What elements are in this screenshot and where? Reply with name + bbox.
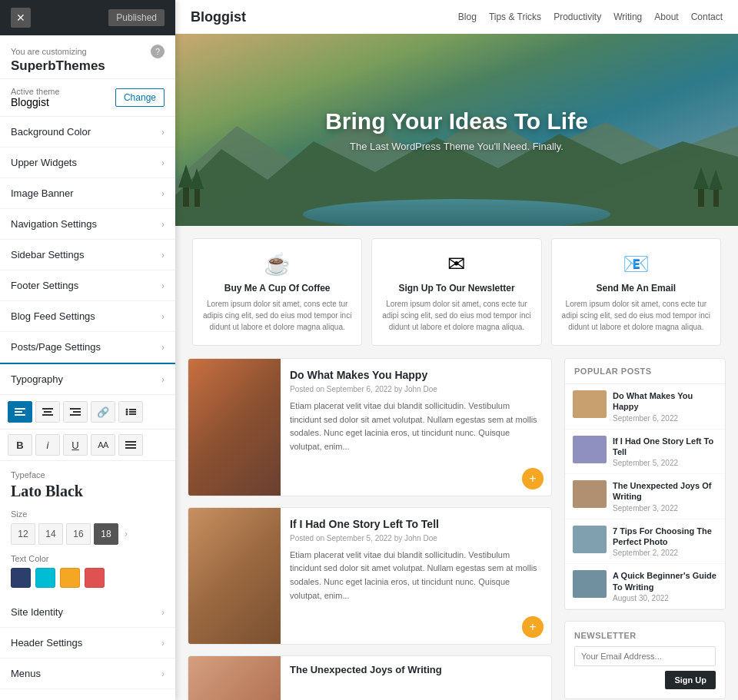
newsletter-title: NEWSLETTER [574,631,716,640]
menu-item-site-identity[interactable]: Site Identity › [0,597,175,628]
hero-subtitle: The Last WordPress Theme You'll Need. Fi… [325,141,588,152]
text-align-toolbar: 🔗 [0,395,175,430]
feature-box-coffee: ☕ Buy Me A Cup Of Coffee Lorem ipsum dol… [192,238,362,346]
menu-item-header-settings[interactable]: Header Settings › [0,628,175,659]
blog-navigation: Bloggist Blog Tips & Tricks Productivity… [175,0,738,34]
post-meta-2: Posted on September 5, 2022 by John Doe [290,534,542,542]
chevron-right-icon: › [161,188,165,199]
link-button[interactable]: 🔗 [91,401,115,423]
typography-panel: Typography › 🔗 [0,363,175,597]
underline-button[interactable]: U [63,434,88,456]
align-left-button[interactable] [8,401,32,423]
popular-post-3: The Unexpected Joys Of Writing September… [565,474,725,519]
align-center-button[interactable] [35,401,60,423]
menu-item-blog-feed-settings[interactable]: Blog Feed Settings › [0,301,175,332]
popular-post-5: A Quick Beginner's Guide To Writing Augu… [565,564,725,609]
nav-about[interactable]: About [654,12,678,22]
size-16-button[interactable]: 16 [66,523,91,545]
popular-thumb-5 [573,570,607,598]
feature-text-coffee: Lorem ipsum dolor sit amet, cons ecte tu… [202,298,352,333]
font-size-button[interactable]: AA [91,434,115,456]
size-18-button[interactable]: 18 [94,523,118,545]
sidebar: POPULAR POSTS Do What Makes You Happy Se… [564,358,726,700]
popular-post-info-3: The Unexpected Joys Of Writing September… [613,480,717,513]
menu-item-menus[interactable]: Menus › [0,659,175,689]
svg-rect-15 [125,441,136,443]
menu-item-typography[interactable]: Typography › [0,364,175,395]
nav-contact[interactable]: Contact [691,12,723,22]
menu-item-posts-page-settings[interactable]: Posts/Page Settings › [0,332,175,363]
hero-title: Bring Your Ideas To Life [325,108,588,134]
svg-rect-0 [15,408,25,410]
color-red-swatch[interactable] [85,568,105,588]
size-label: Size [11,509,165,519]
chevron-right-icon: › [161,158,165,168]
list-button[interactable] [118,401,143,423]
nav-productivity[interactable]: Productivity [554,12,601,22]
color-navy-swatch[interactable] [11,568,31,588]
post-title-3: The Unexpected Joys of Writing [290,664,442,675]
post-more-button-2[interactable]: + [522,616,544,638]
popular-post-2: If I Had One Story Left To Tell Septembe… [565,430,725,475]
customizer-panel: ✕ Published You are customizing ? Superb… [0,0,175,700]
text-color-label: Text Color [11,554,165,563]
newsletter-signup-button[interactable]: Sign Up [665,671,716,689]
justify-button[interactable] [118,434,143,456]
chevron-right-icon: › [161,374,165,385]
menu-item-navigation-settings[interactable]: Navigation Settings › [0,209,175,240]
chevron-right-icon: › [161,127,165,138]
menu-item-background-color[interactable]: Background Color › [0,117,175,148]
chevron-right-icon: › [161,250,165,260]
color-orange-swatch[interactable] [60,568,80,588]
svg-rect-26 [713,187,719,207]
change-theme-button[interactable]: Change [115,88,165,107]
feature-title-newsletter: Sign Up To Our Newsletter [381,283,531,294]
menu-item-image-banner[interactable]: Image Banner › [0,178,175,209]
nav-tips[interactable]: Tips & Tricks [489,12,541,22]
typeface-label: Typeface [11,470,165,479]
color-swatches [11,568,165,588]
post-card-3: The Unexpected Joys of Writing [188,655,552,700]
svg-rect-22 [194,186,200,207]
chevron-right-icon: › [161,219,165,230]
popular-post-title-5: A Quick Beginner's Guide To Writing [613,570,717,592]
post-more-button-1[interactable]: + [522,468,544,489]
menu-item-sidebar-settings[interactable]: Sidebar Settings › [0,240,175,270]
svg-point-13 [126,413,128,416]
feature-title-coffee: Buy Me A Cup Of Coffee [202,283,352,294]
color-cyan-swatch[interactable] [35,568,55,588]
nav-blog[interactable]: Blog [458,12,477,22]
bold-button[interactable]: B [8,434,32,456]
popular-post-info-2: If I Had One Story Left To Tell Septembe… [613,436,717,468]
svg-point-11 [126,411,128,413]
popular-post-date-2: September 5, 2022 [613,459,717,467]
popular-post-date-4: September 2, 2022 [613,549,717,557]
menu-item-upper-widgets[interactable]: Upper Widgets › [0,148,175,178]
popular-posts-title: POPULAR POSTS [565,359,725,384]
menu-item-footer-settings[interactable]: Footer Settings › [0,270,175,301]
customizing-info: You are customizing ? SuperbThemes [0,35,175,79]
italic-button[interactable]: i [35,434,60,456]
svg-point-9 [126,409,128,411]
newsletter-email-input[interactable] [574,646,716,666]
popular-post-date-3: September 3, 2022 [613,504,717,513]
popular-thumb-3 [573,480,607,508]
menu-item-widgets[interactable]: Wid... › [0,689,175,700]
customizing-name: SuperbThemes [11,58,165,74]
help-icon[interactable]: ? [151,45,165,58]
chevron-right-icon: › [161,668,165,679]
svg-rect-24 [698,186,704,207]
size-12-button[interactable]: 12 [11,523,35,545]
popular-post-date-5: August 30, 2022 [613,594,717,602]
nav-writing[interactable]: Writing [613,12,642,22]
size-14-button[interactable]: 14 [38,523,63,545]
post-thumbnail-2 [188,508,281,645]
popular-post-title-2: If I Had One Story Left To Tell [613,436,717,458]
typography-settings: Typeface Lato Black Size 12 14 16 18 › T… [0,461,175,597]
feature-text-newsletter: Lorem ipsum dolor sit amet, cons ecte tu… [381,298,531,333]
close-button[interactable]: ✕ [11,8,31,28]
align-right-button[interactable] [63,401,88,423]
svg-rect-1 [15,411,22,413]
popular-post-title-3: The Unexpected Joys Of Writing [613,480,717,503]
size-more-icon[interactable]: › [125,529,128,539]
